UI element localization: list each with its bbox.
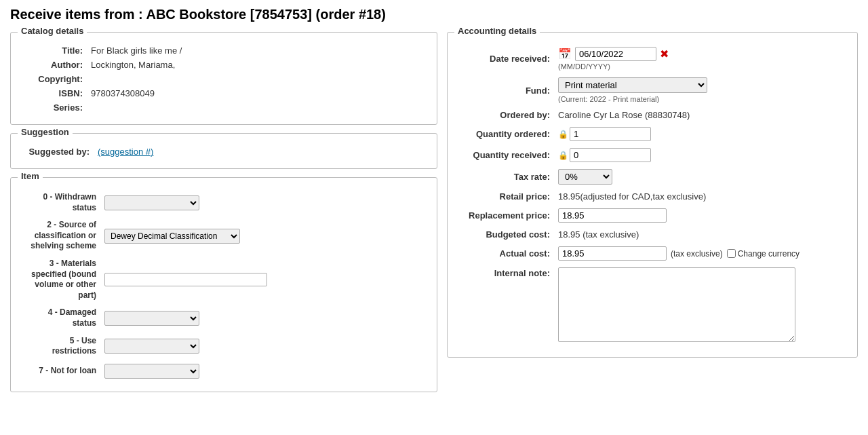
- replacement-price-input[interactable]: [558, 208, 667, 223]
- qty-ordered-row: Quantity ordered: 🔒: [456, 124, 849, 145]
- item-legend: Item: [18, 171, 43, 181]
- catalog-copyright-row: Copyright:: [19, 72, 429, 86]
- catalog-isbn-row: ISBN: 9780374308049: [19, 86, 429, 100]
- use-restrictions-row: 5 - Use restrictions: [19, 333, 429, 360]
- catalog-legend: Catalog details: [18, 26, 87, 36]
- qty-ordered-label: Quantity ordered:: [456, 124, 554, 145]
- internal-note-label: Internal note:: [456, 264, 554, 347]
- catalog-isbn-value: 9780374308049: [87, 86, 429, 100]
- accounting-table: Date received: 📅 ✖ (MM/DD/YYYY) Fu: [456, 43, 849, 347]
- ordered-by-label: Ordered by:: [456, 107, 554, 124]
- tax-rate-row: Tax rate: 0%: [456, 166, 849, 188]
- retail-price-value: 18.95(adjusted for CAD,tax exclusive): [554, 188, 849, 205]
- internal-note-row: Internal note:: [456, 264, 849, 347]
- date-format-hint: (MM/DD/YYYY): [558, 62, 845, 71]
- catalog-series-row: Series:: [19, 100, 429, 115]
- classification-select[interactable]: Dewey Decimal Classification: [104, 229, 240, 244]
- actual-cost-note: (tax exclusive): [671, 249, 723, 259]
- classification-row: 2 - Source of classification or shelving…: [19, 216, 429, 255]
- date-received-input[interactable]: [575, 47, 656, 61]
- fund-select[interactable]: Print material: [558, 77, 707, 93]
- change-currency-checkbox[interactable]: [727, 249, 736, 258]
- actual-cost-input[interactable]: [558, 246, 667, 261]
- budgeted-cost-label: Budgeted cost:: [456, 226, 554, 243]
- catalog-table: Title: For Black girls like me / Author:…: [19, 43, 429, 115]
- qty-ordered-input[interactable]: [570, 127, 651, 141]
- damaged-select[interactable]: [104, 311, 199, 326]
- suggestion-link[interactable]: (suggestion #): [98, 147, 153, 157]
- qty-received-input[interactable]: [570, 148, 651, 162]
- catalog-series-label: Series:: [19, 100, 87, 115]
- catalog-isbn-label: ISBN:: [19, 86, 87, 100]
- suggestion-section: Suggestion Suggested by: (suggestion #): [10, 133, 437, 169]
- catalog-title-value: For Black girls like me /: [87, 43, 429, 58]
- materials-input[interactable]: [104, 273, 267, 286]
- tax-rate-label: Tax rate:: [456, 166, 554, 188]
- qty-received-row: Quantity received: 🔒: [456, 145, 849, 166]
- internal-note-textarea[interactable]: [558, 267, 795, 342]
- ordered-by-row: Ordered by: Caroline Cyr La Rose (888307…: [456, 107, 849, 124]
- catalog-author-row: Author: Lockington, Mariama,: [19, 58, 429, 72]
- not-for-loan-row: 7 - Not for loan: [19, 360, 429, 382]
- retail-price-label: Retail price:: [456, 188, 554, 205]
- retail-price-row: Retail price: 18.95(adjusted for CAD,tax…: [456, 188, 849, 205]
- date-received-row: Date received: 📅 ✖ (MM/DD/YYYY): [456, 43, 849, 74]
- qty-received-label: Quantity received:: [456, 145, 554, 166]
- date-received-label: Date received:: [456, 43, 554, 74]
- actual-cost-row: Actual cost: (tax exclusive) Change curr…: [456, 243, 849, 264]
- not-for-loan-label: 7 - Not for loan: [19, 360, 100, 382]
- suggested-by-row: Suggested by: (suggestion #): [19, 145, 429, 159]
- use-restrictions-select[interactable]: [104, 339, 199, 354]
- catalog-title-label: Title:: [19, 43, 87, 58]
- fund-label: Fund:: [456, 74, 554, 107]
- item-section: Item 0 - Withdrawn status 2 - Source of …: [10, 177, 437, 392]
- clear-date-button[interactable]: ✖: [660, 49, 669, 60]
- accounting-legend: Accounting details: [454, 26, 540, 36]
- damaged-row: 4 - Damaged status: [19, 304, 429, 332]
- actual-cost-label: Actual cost:: [456, 243, 554, 264]
- replacement-price-label: Replacement price:: [456, 205, 554, 226]
- page-title: Receive items from : ABC Bookstore [7854…: [10, 7, 858, 22]
- suggestion-table: Suggested by: (suggestion #): [19, 145, 429, 159]
- tax-rate-select[interactable]: 0%: [558, 169, 612, 185]
- suggestion-legend: Suggestion: [18, 127, 73, 137]
- withdrawn-status-label: 0 - Withdrawn status: [19, 189, 100, 216]
- item-table: 0 - Withdrawn status 2 - Source of class…: [19, 189, 429, 382]
- replacement-price-row: Replacement price:: [456, 205, 849, 226]
- catalog-copyright-value: [87, 72, 429, 86]
- ordered-by-value: Caroline Cyr La Rose (88830748): [554, 107, 849, 124]
- fund-row: Fund: Print material (Current: 2022 - Pr…: [456, 74, 849, 107]
- use-restrictions-label: 5 - Use restrictions: [19, 333, 100, 360]
- withdrawn-select[interactable]: [104, 195, 199, 210]
- catalog-author-label: Author:: [19, 58, 87, 72]
- classification-label: 2 - Source of classification or shelving…: [19, 216, 100, 255]
- accounting-section: Accounting details Date received: 📅 ✖ (M…: [447, 32, 858, 358]
- lock-icon-qty-ordered: 🔒: [558, 130, 568, 139]
- damaged-label: 4 - Damaged status: [19, 304, 100, 332]
- materials-row: 3 - Materials specified (bound volume or…: [19, 255, 429, 304]
- budgeted-cost-value: 18.95 (tax exclusive): [554, 226, 849, 243]
- catalog-copyright-label: Copyright:: [19, 72, 87, 86]
- catalog-series-value: [87, 100, 429, 115]
- not-for-loan-select[interactable]: [104, 364, 199, 379]
- materials-label: 3 - Materials specified (bound volume or…: [19, 255, 100, 304]
- catalog-title-row: Title: For Black girls like me /: [19, 43, 429, 58]
- catalog-author-value: Lockington, Mariama,: [87, 58, 429, 72]
- change-currency-label[interactable]: Change currency: [738, 249, 800, 259]
- lock-icon-qty-received: 🔒: [558, 151, 568, 160]
- catalog-details-section: Catalog details Title: For Black girls l…: [10, 32, 437, 125]
- fund-current-note: (Current: 2022 - Print material): [558, 95, 845, 103]
- suggested-by-label: Suggested by:: [19, 145, 94, 159]
- withdrawn-status-row: 0 - Withdrawn status: [19, 189, 429, 216]
- calendar-icon: 📅: [558, 48, 572, 60]
- budgeted-cost-row: Budgeted cost: 18.95 (tax exclusive): [456, 226, 849, 243]
